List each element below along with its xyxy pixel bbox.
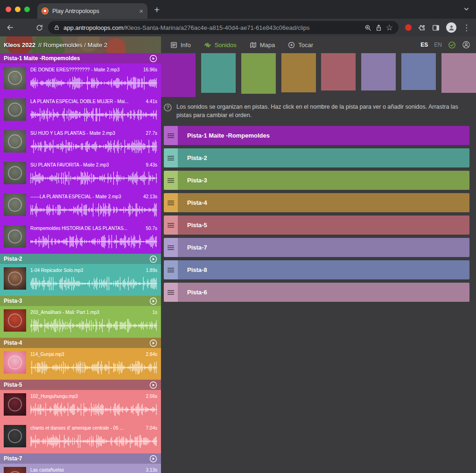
clip-item[interactable]: Las castañuelas3.13s [0, 464, 161, 473]
clip-item[interactable]: 102_Hunguhungu.mp32.56s [0, 390, 161, 422]
window-close-button[interactable] [6, 7, 11, 12]
share-icon[interactable] [375, 24, 382, 31]
clip-thumbnail [4, 225, 26, 248]
lang-en-button[interactable]: EN [434, 42, 442, 48]
nav-info[interactable]: Info [170, 42, 191, 49]
window-zoom-button[interactable] [24, 7, 30, 12]
drag-handle[interactable] [164, 126, 178, 145]
track-play-button[interactable] [149, 455, 157, 463]
window-minimize-button[interactable] [15, 7, 21, 12]
waveform-icon [204, 42, 211, 49]
track-color-tile[interactable] [281, 53, 316, 92]
clip-waveform[interactable] [30, 234, 157, 249]
extensions-puzzle-icon[interactable] [418, 24, 426, 32]
clip-waveform[interactable] [30, 76, 157, 90]
sync-check-icon[interactable] [448, 41, 456, 49]
clip-waveform[interactable] [30, 318, 157, 333]
track-play-button[interactable] [149, 339, 157, 347]
track-color-tile[interactable] [401, 53, 436, 90]
track-row[interactable]: Pista-5 [164, 216, 469, 235]
sidebar-track-name: Pista-7 [4, 455, 22, 462]
clip-item[interactable]: 203_Amalihani - Mali: Part 1.mp31s [0, 306, 161, 338]
clip-duration: 27.7s [146, 130, 157, 137]
clip-duration: 1s [152, 309, 157, 316]
track-color-tile[interactable] [161, 53, 196, 97]
main-panel: ? Los sonidos se organizan en pistas. Ha… [161, 53, 476, 473]
browser-tab[interactable]: Play Antropoloops × [37, 3, 147, 19]
sidebar-track-header[interactable]: Pista-7 [0, 453, 161, 464]
clip-body: 203_Amalihani - Mali: Part 1.mp31s [30, 309, 157, 336]
track-color-tile[interactable] [441, 53, 476, 93]
track-row[interactable]: Pista-1 Maite -Rompemoldes [164, 126, 469, 145]
clip-waveform[interactable] [30, 434, 157, 449]
clip-waveform[interactable] [30, 202, 157, 217]
info-icon [170, 42, 177, 49]
sidebar-track-header[interactable]: Pista-4 [0, 338, 161, 348]
clip-title: Rompemoldes HISTORIA DE LAS PLANTAS... [30, 225, 127, 232]
side-panel-icon[interactable] [432, 24, 440, 32]
track-color-tile[interactable] [201, 53, 236, 93]
browser-menu-icon[interactable]: ⋮ [462, 24, 470, 32]
bookmark-star-icon[interactable]: ☆ [386, 24, 393, 32]
drag-handle[interactable] [164, 148, 178, 167]
sidebar-track-header[interactable]: Pista-2 [0, 254, 161, 264]
drag-handle[interactable] [164, 171, 178, 190]
sidebar-track-header[interactable]: Pista-3 [0, 296, 161, 306]
clip-duration: 2.56s [146, 393, 157, 400]
clip-waveform[interactable] [30, 360, 157, 375]
track-color-tile[interactable] [241, 53, 276, 94]
drag-handle[interactable] [164, 238, 178, 257]
track-row[interactable]: Pista-3 [164, 171, 469, 190]
clip-waveform[interactable] [30, 139, 157, 154]
nav-sonidos[interactable]: Sonidos [204, 42, 237, 49]
track-color-tile[interactable] [321, 53, 356, 90]
profile-avatar[interactable] [446, 22, 456, 33]
zoom-icon[interactable] [364, 24, 371, 31]
clip-title: LA PLANTA ESPECIAL DOBLE MUJER - Mai... [30, 98, 129, 105]
track-color-tile[interactable] [361, 53, 396, 90]
clip-waveform[interactable] [30, 107, 157, 122]
back-button[interactable] [6, 23, 14, 32]
recording-extension-icon[interactable] [405, 24, 412, 31]
sidebar-track-header[interactable]: Pista-1 Maite -Rompemoldes [0, 53, 161, 63]
clip-item[interactable]: 114_Gunjai.mp32.84s [0, 348, 161, 380]
track-row[interactable]: Pista-2 [164, 148, 469, 167]
clip-item[interactable]: DE DONDE ERES???????? - Maite 2.mp316.96… [0, 63, 161, 95]
clip-waveform[interactable] [30, 276, 157, 291]
reload-button[interactable] [35, 24, 43, 32]
clip-waveform[interactable] [30, 171, 157, 186]
clip-label-row: SU HIJO Y LAS PLANTAS - Maite 2.mp327.7s [30, 130, 157, 137]
track-play-button[interactable] [149, 255, 157, 263]
address-bar[interactable]: app.antropoloops.com/Kleos-Santa-Marina/… [48, 21, 399, 34]
drag-handle[interactable] [164, 260, 178, 279]
clip-item[interactable]: SU HIJO Y LAS PLANTAS - Maite 2.mp327.7s [0, 127, 161, 159]
track-play-button[interactable] [149, 297, 157, 305]
tab-search-chevron-icon[interactable] [463, 6, 469, 12]
clip-item[interactable]: LA PLANTA ESPECIAL DOBLE MUJER - Mai...4… [0, 95, 161, 127]
nav-mapa[interactable]: Mapa [250, 42, 275, 49]
nav-tocar[interactable]: Tocar [288, 42, 313, 49]
lang-es-button[interactable]: ES [420, 42, 428, 48]
drag-handle[interactable] [164, 216, 178, 235]
clip-waveform[interactable] [30, 402, 157, 417]
track-play-button[interactable] [149, 381, 157, 389]
clip-item[interactable]: ------LA PLANNTA ESPECIAL - Maite 2.mp34… [0, 190, 161, 222]
account-icon[interactable] [462, 41, 470, 49]
new-tab-button[interactable]: + [154, 5, 160, 14]
track-row[interactable]: Pista-8 [164, 260, 469, 279]
tab-close-icon[interactable]: × [139, 7, 143, 14]
track-row[interactable]: Pista-6 [164, 283, 469, 302]
clip-item[interactable]: 1-04 Repicador Solo.mp31.89s [0, 264, 161, 296]
clip-body: SU HIJO Y LAS PLANTAS - Maite 2.mp327.7s [30, 130, 157, 157]
sidebar-track-header[interactable]: Pista-5 [0, 380, 161, 390]
track-play-button[interactable] [149, 55, 157, 63]
clip-title: SU PLANTA FAVORITA - Maite 2.mp3 [30, 162, 109, 168]
clip-item[interactable]: chants et danses d' amerique centrale - … [0, 422, 161, 453]
clip-item[interactable]: SU PLANTA FAVORITA - Maite 2.mp39.43s [0, 159, 161, 190]
breadcrumb[interactable]: Kleos 2022 // Rompemoldes / Maite 2 [0, 36, 161, 53]
track-row[interactable]: Pista-4 [164, 193, 469, 212]
drag-handle[interactable] [164, 193, 178, 212]
clip-item[interactable]: Rompemoldes HISTORIA DE LAS PLANTAS...50… [0, 222, 161, 254]
drag-handle[interactable] [164, 283, 178, 302]
track-row[interactable]: Pista-7 [164, 238, 469, 257]
